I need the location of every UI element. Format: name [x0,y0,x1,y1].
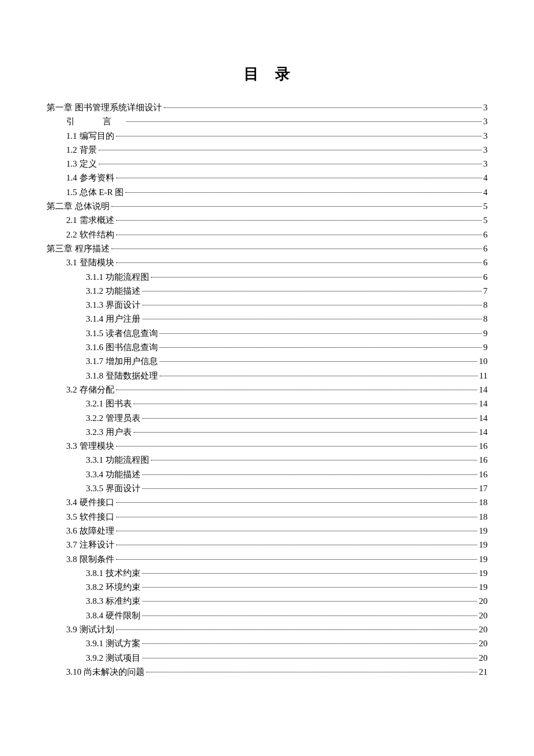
toc-entry-label: 3.3.5 界面设计 [86,481,140,495]
toc-leader-dots [142,587,477,588]
toc-leader-dots [111,249,482,249]
toc-entry-label: 第一章 图书管理系统详细设计 [46,100,162,114]
toc-entry: 第一章 图书管理系统详细设计3 [46,100,488,114]
toc-leader-dots [142,658,477,658]
toc-entry-page: 14 [479,397,488,411]
toc-leader-dots [116,559,478,560]
toc-leader-dots [99,150,482,150]
toc-leader-dots [116,531,478,531]
toc-entry-label: 3.8.4 硬件限制 [86,609,140,622]
toc-entry-label: 3.1.8 登陆数据处理 [86,369,158,383]
toc-entry: 3.1.8 登陆数据处理11 [46,369,488,383]
toc-leader-dots [116,235,482,235]
toc-leader-dots [142,488,477,489]
toc-leader-dots [142,305,482,305]
toc-entry-label: 3.3.4 功能描述 [86,467,140,481]
toc-entry: 3.3 管理模块16 [46,439,488,453]
toc-entry: 3.1.1 功能流程图6 [46,270,488,284]
toc-entry-page: 10 [479,354,488,368]
toc-entry-page: 3 [484,100,488,114]
toc-leader-dots [151,277,482,278]
toc-leader-dots [142,319,482,319]
toc-leader-dots [142,601,477,602]
toc-entry-label: 3.5 软件接口 [66,510,114,524]
toc-leader-dots [146,672,477,672]
toc-leader-dots [142,418,477,419]
toc-entry: 3.3.5 界面设计17 [46,481,488,495]
toc-entry: 3.5 软件接口18 [46,510,488,524]
toc-entry-page: 21 [479,665,488,679]
toc-entry-label: 3.2 存储分配 [66,383,114,397]
toc-entry-label: 3.9.2 测试项目 [86,651,140,665]
toc-entry-page: 3 [484,143,488,157]
toc-entry: 1.5 总体 E-R 图4 [46,185,488,199]
toc-entry-page: 20 [479,594,488,608]
toc-entry-page: 16 [479,467,488,481]
toc-leader-dots [116,178,482,178]
toc-entry: 3.1 登陆模块6 [46,255,488,269]
toc-entry: 3.6 故障处理19 [46,524,488,538]
toc-leader-dots [134,432,477,433]
toc-entry-page: 19 [479,580,488,594]
toc-entry-label: 1.2 背景 [66,143,97,157]
toc-leader-dots [116,446,478,447]
toc-leader-dots [125,192,481,193]
toc-entry-label: 3.8.1 技术约束 [86,566,140,580]
toc-entry-page: 8 [484,312,488,326]
toc-entry-page: 6 [484,242,488,255]
toc-entry: 3.1.7 增加用户信息10 [46,354,488,368]
toc-entry-label: 3.1.7 增加用户信息 [86,354,158,368]
toc-leader-dots [116,502,478,503]
toc-entry: 1.1 编写目的3 [46,129,488,143]
toc-leader-dots [116,262,482,263]
toc-entry-page: 7 [484,284,488,298]
toc-entry: 3.1.5 读者信息查询9 [46,326,488,340]
toc-entry-page: 20 [479,651,488,665]
toc-entry-label: 3.2.2 管理员表 [86,411,140,425]
toc-entry-label: 1.1 编写目的 [66,129,114,143]
toc-entry-page: 20 [479,636,488,650]
toc-leader-dots [116,136,482,136]
toc-entry-page: 19 [479,552,488,566]
toc-leader-dots [116,629,478,630]
toc-entry: 引 言3 [46,114,488,128]
toc-entry: 3.9 测试计划20 [46,622,488,636]
toc-entry: 3.2 存储分配14 [46,383,488,397]
toc-entry-label: 引 言 [66,114,124,128]
toc-entry-label: 3.2.1 图书表 [86,397,132,411]
table-of-contents: 第一章 图书管理系统详细设计3引 言31.1 编写目的31.2 背景31.3 定… [46,100,488,679]
toc-entry-label: 3.9.1 测试方案 [86,636,140,650]
toc-entry-label: 3.1.1 功能流程图 [86,270,149,284]
toc-entry-page: 18 [479,495,488,509]
toc-entry-label: 3.8.2 环境约束 [86,580,140,594]
toc-entry: 3.9.1 测试方案20 [46,636,488,650]
toc-entry-label: 3.7 注释设计 [66,538,114,552]
toc-entry-page: 11 [479,369,488,383]
toc-entry: 3.9.2 测试项目20 [46,651,488,665]
toc-entry-page: 4 [484,185,488,199]
toc-entry: 3.8.3 标准约束20 [46,594,488,608]
toc-leader-dots [160,333,482,334]
toc-leader-dots [99,164,482,164]
toc-entry-page: 6 [484,228,488,242]
toc-entry-page: 18 [479,510,488,524]
toc-entry-page: 3 [484,157,488,171]
toc-entry: 3.4 硬件接口18 [46,495,488,509]
toc-leader-dots [111,206,482,207]
toc-entry-page: 9 [484,340,488,354]
toc-leader-dots [142,615,477,616]
toc-leader-dots [160,361,477,362]
toc-entry: 3.10 尚未解决的问题21 [46,665,488,679]
toc-entry-page: 19 [479,524,488,538]
toc-entry-label: 3.4 硬件接口 [66,495,114,509]
toc-entry-label: 第三章 程序描述 [46,242,110,255]
toc-leader-dots [142,573,477,574]
toc-entry-label: 1.5 总体 E-R 图 [66,185,124,199]
toc-entry: 1.4 参考资料4 [46,171,488,185]
toc-entry-page: 3 [484,114,488,128]
toc-entry: 第二章 总体说明5 [46,199,488,213]
toc-entry: 1.2 背景3 [46,143,488,157]
toc-entry-page: 6 [484,270,488,284]
toc-entry-label: 第二章 总体说明 [46,199,110,213]
toc-entry-page: 20 [479,609,488,622]
